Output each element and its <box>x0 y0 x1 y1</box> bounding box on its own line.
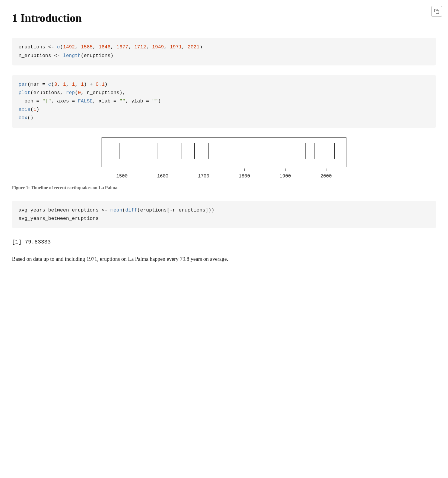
code-token: 1677 <box>116 44 128 50</box>
eruption-mark <box>157 143 157 159</box>
code-line: avg_years_between_eruptions <box>19 215 429 223</box>
code-token: , <box>128 44 134 50</box>
prose-paragraph: Based on data up to and including 1971, … <box>12 255 281 264</box>
code-token: 0.1 <box>96 82 105 87</box>
code-token: , <box>75 82 81 87</box>
code-token: diff <box>125 207 137 213</box>
code-token: "|" <box>42 98 51 104</box>
code-token: plot <box>19 90 30 96</box>
eruption-mark <box>194 143 195 159</box>
eruption-mark <box>334 143 335 159</box>
code-token: 1 <box>63 82 66 87</box>
code-token: ) <box>200 44 202 50</box>
x-axis-tick <box>122 168 122 171</box>
x-axis-label: 1500 <box>114 173 129 180</box>
x-axis-tick <box>163 168 163 171</box>
code-line: plot(eruptions, rep(0, n_eruptions), <box>19 89 429 97</box>
eruption-mark <box>305 143 306 159</box>
code-token: axis <box>19 107 30 112</box>
code-token: , <box>146 44 152 50</box>
code-block-1: eruptions <- c(1492, 1585, 1646, 1677, 1… <box>12 38 436 65</box>
code-token: , <box>66 82 72 87</box>
code-line: box() <box>19 114 429 122</box>
code-token: length <box>63 53 81 59</box>
code-token: "" <box>119 98 125 104</box>
code-token: avg_years_between_eruptions <box>19 216 99 221</box>
output-value: [1] 79.83333 <box>12 239 51 245</box>
figure-text: Timeline of recent earthquakes on La Pal… <box>30 185 118 190</box>
code-token: n_eruptions <- <box>19 53 63 59</box>
code-token: , <box>57 82 63 87</box>
code-token: 1 <box>72 82 75 87</box>
code-token: (eruptions[-n_eruptions])) <box>137 207 214 213</box>
copy-button[interactable] <box>431 6 442 17</box>
x-axis-tick <box>285 168 286 171</box>
x-axis-ticks <box>102 167 346 171</box>
code-token: ( <box>30 107 33 112</box>
code-token: ( <box>51 82 54 87</box>
eruption-mark <box>208 143 209 159</box>
code-token: , xlab = <box>93 98 119 104</box>
code-token: ) <box>105 82 108 87</box>
code-token: () <box>27 115 33 121</box>
code-token: mean <box>111 207 122 213</box>
code-token: "" <box>152 98 158 104</box>
code-token: 1949 <box>152 44 164 50</box>
code-token: , <box>93 44 99 50</box>
x-axis-tick <box>204 168 204 171</box>
code-token: ) <box>158 98 161 104</box>
code-token: 1971 <box>170 44 182 50</box>
code-token: ( <box>60 44 63 50</box>
code-token: 3 <box>54 82 57 87</box>
x-axis-labels: 150016001700180019002000 <box>102 171 346 179</box>
eruption-mark <box>182 143 182 159</box>
code-token: 1712 <box>134 44 146 50</box>
code-token: (mar = <box>27 82 48 87</box>
code-token: 2021 <box>188 44 200 50</box>
code-token: c <box>48 82 51 87</box>
code-line: axis(1) <box>19 105 429 114</box>
code-token: 1 <box>33 107 36 112</box>
code-line: par(mar = c(3, 1, 1, 1) + 0.1) <box>19 80 429 89</box>
code-block-2: par(mar = c(3, 1, 1, 1) + 0.1) plot(erup… <box>12 75 436 128</box>
code-token: box <box>19 115 27 121</box>
x-axis-label: 1600 <box>155 173 170 180</box>
x-axis-label: 1700 <box>196 173 211 180</box>
code-token: (eruptions) <box>81 53 113 59</box>
x-axis-tick <box>244 168 245 171</box>
figure-caption: Figure 1: Timeline of recent earthquakes… <box>12 184 436 191</box>
code-token: , <box>182 44 188 50</box>
code-token: 1492 <box>63 44 75 50</box>
code-token: ) + <box>84 82 96 87</box>
eruption-chart <box>102 137 346 167</box>
code-token: ) <box>36 107 39 112</box>
prose-text: Based on data up to and including 1971, … <box>12 256 228 262</box>
svg-rect-0 <box>436 11 439 14</box>
output-block: [1] 79.83333 <box>12 238 436 246</box>
figure-label: Figure 1: <box>12 185 30 190</box>
code-token: avg_years_between_eruptions <- <box>19 207 111 213</box>
code-token: pch = <box>19 98 42 104</box>
code-token: rep <box>66 90 75 96</box>
code-token: , <box>164 44 170 50</box>
code-token: par <box>19 82 27 87</box>
eruption-mark <box>314 143 314 159</box>
code-token: 1585 <box>81 44 93 50</box>
code-token: , <box>111 44 116 50</box>
code-token: ( <box>122 207 125 213</box>
code-token: 0 <box>78 90 81 96</box>
code-token: (eruptions, <box>30 90 66 96</box>
section-heading: 1 Introduction <box>12 9 436 27</box>
section-title: Introduction <box>20 12 82 24</box>
x-axis-label: 1900 <box>278 173 293 180</box>
code-token: , axes = <box>51 98 78 104</box>
code-block-3: avg_years_between_eruptions <- mean(diff… <box>12 201 436 228</box>
code-token: 1 <box>81 82 84 87</box>
code-token: 1646 <box>99 44 111 50</box>
code-line: pch = "|", axes = FALSE, xlab = "", ylab… <box>19 97 429 105</box>
code-line: eruptions <- c(1492, 1585, 1646, 1677, 1… <box>19 43 429 51</box>
code-token: eruptions <- <box>19 44 57 50</box>
x-axis-label: 1800 <box>237 173 252 180</box>
x-axis-label: 2000 <box>319 173 334 180</box>
code-token: ( <box>75 90 78 96</box>
